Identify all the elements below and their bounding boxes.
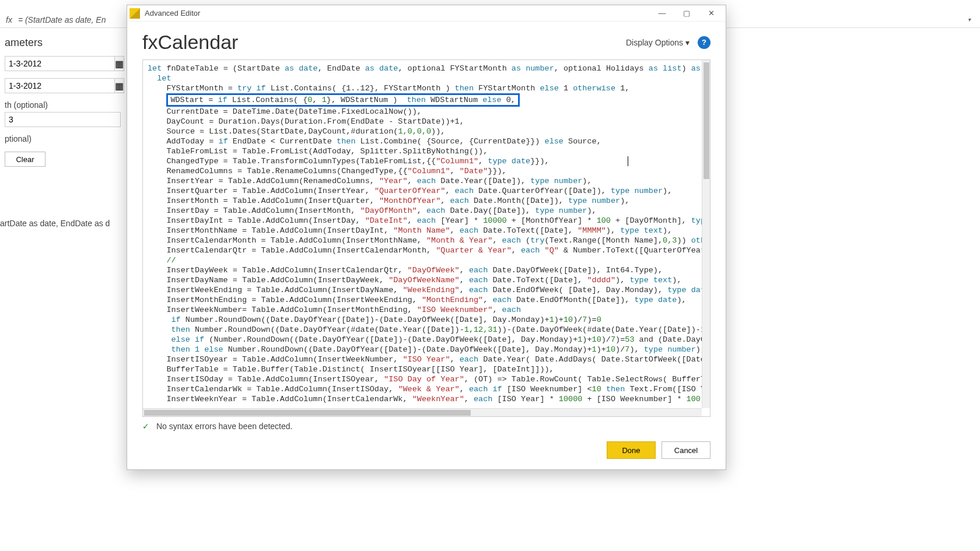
highlighted-line: WDStart = if List.Contains( {0, 1}, WDSt… xyxy=(166,93,519,107)
help-button[interactable]: ? xyxy=(698,36,710,49)
query-name: fxCalendar xyxy=(142,31,238,54)
month-label: th (optional) xyxy=(5,100,121,110)
code-editor[interactable]: let fnDateTable = (StartDate as date, En… xyxy=(143,60,710,408)
parameters-panel: ameters ▦ ▦ th (optional) ptional) Clear xyxy=(0,32,125,171)
parameters-title: ameters xyxy=(5,37,121,49)
advanced-editor-dialog: Advanced Editor — ▢ ✕ fxCalendar Display… xyxy=(127,5,726,470)
clear-button[interactable]: Clear xyxy=(5,152,46,167)
cancel-button[interactable]: Cancel xyxy=(662,441,710,459)
formula-expand-icon[interactable]: ▾ xyxy=(964,14,974,24)
display-options-dropdown[interactable]: Display Options ▾ xyxy=(626,38,690,47)
close-button[interactable]: ✕ xyxy=(699,6,723,21)
end-date-input[interactable] xyxy=(5,78,115,93)
title-bar: Advanced Editor — ▢ ✕ xyxy=(127,5,726,22)
status-text: No syntax errors have been detected. xyxy=(156,422,292,431)
check-icon: ✓ xyxy=(142,422,152,431)
minimize-button[interactable]: — xyxy=(650,6,674,21)
done-button[interactable]: Done xyxy=(607,441,656,459)
code-editor-container: let fnDateTable = (StartDate as date, En… xyxy=(142,59,710,417)
optional-label: ptional) xyxy=(5,134,121,143)
status-bar: ✓ No syntax errors have been detected. xyxy=(142,422,710,431)
app-logo-icon xyxy=(130,8,140,19)
horizontal-scrollbar[interactable] xyxy=(143,408,702,416)
calendar-icon[interactable]: ▦ xyxy=(114,78,124,93)
chevron-down-icon: ▾ xyxy=(685,38,690,47)
month-input[interactable] xyxy=(5,112,121,127)
start-date-input[interactable] xyxy=(5,56,115,71)
dialog-header: fxCalendar Display Options ▾ ? xyxy=(127,22,726,56)
calendar-icon[interactable]: ▦ xyxy=(114,56,124,71)
dialog-footer: Done Cancel xyxy=(142,441,710,459)
help-icon: ? xyxy=(702,38,706,47)
maximize-icon: ▢ xyxy=(683,9,690,17)
formula-text: = (StartDate as date, En xyxy=(18,15,106,24)
vertical-scrollbar[interactable] xyxy=(702,60,710,408)
vertical-scroll-thumb[interactable] xyxy=(704,62,709,179)
fx-label: fx xyxy=(6,15,12,24)
minimize-icon: — xyxy=(659,9,666,17)
function-signature: artDate as date, EndDate as d xyxy=(0,219,110,228)
horizontal-scroll-thumb[interactable] xyxy=(144,410,471,416)
close-icon: ✕ xyxy=(708,9,715,17)
window-title: Advanced Editor xyxy=(145,9,200,17)
text-cursor xyxy=(628,156,628,166)
maximize-button[interactable]: ▢ xyxy=(674,6,699,21)
